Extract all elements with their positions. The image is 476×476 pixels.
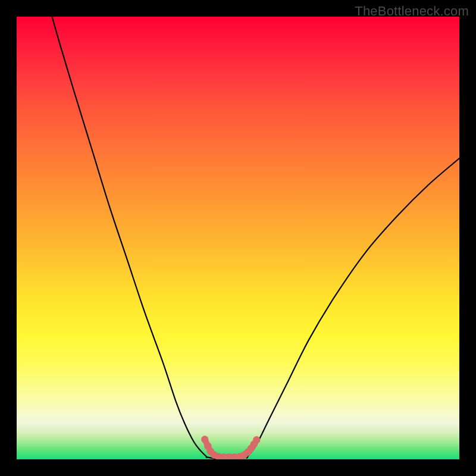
chart-frame: TheBottleneck.com bbox=[0, 0, 476, 476]
curve-layer bbox=[17, 17, 459, 459]
curve-path bbox=[52, 17, 459, 459]
marker-dot bbox=[201, 436, 208, 443]
plot-area bbox=[17, 17, 459, 459]
watermark-text: TheBottleneck.com bbox=[355, 4, 469, 19]
bottleneck-curve bbox=[52, 17, 459, 459]
marker-dot bbox=[253, 436, 260, 443]
marker-cluster bbox=[201, 436, 260, 459]
